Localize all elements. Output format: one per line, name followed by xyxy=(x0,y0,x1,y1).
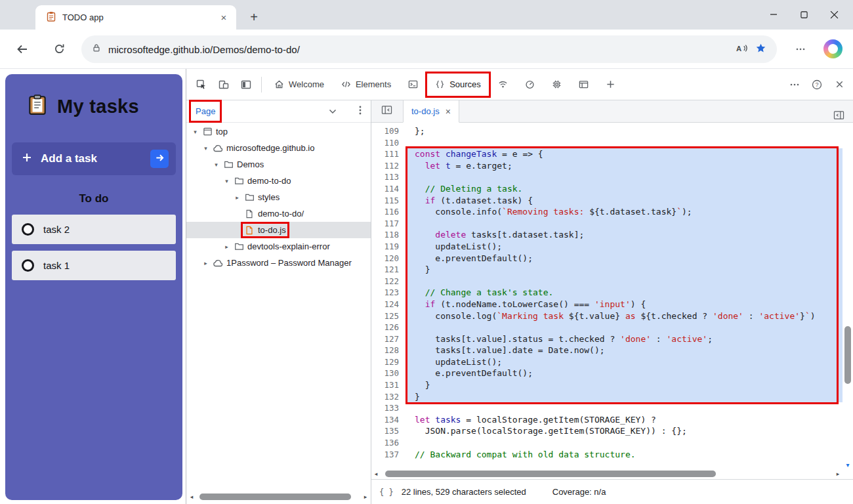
new-tab-button[interactable]: + xyxy=(244,7,264,27)
expander-open-icon[interactable]: ▾ xyxy=(223,178,230,184)
tree-item-to-do-js[interactable]: to-do.js xyxy=(186,222,371,238)
code-text[interactable]: // Backward compat with old data structu… xyxy=(407,449,843,461)
dock-side-button[interactable] xyxy=(235,74,257,96)
code-text[interactable]: let t = e.target; xyxy=(407,160,843,172)
close-devtools-button[interactable] xyxy=(828,74,850,96)
tab-more-tabs[interactable] xyxy=(597,69,624,100)
device-emulation-button[interactable] xyxy=(213,74,235,96)
site-info-icon[interactable] xyxy=(92,43,101,55)
tree-item-demos[interactable]: ▾Demos xyxy=(186,156,371,173)
code-text[interactable]: } xyxy=(407,264,843,276)
editor-vertical-scrollbar[interactable]: ▾ xyxy=(843,123,853,469)
expander-open-icon[interactable]: ▾ xyxy=(192,129,199,135)
scrollbar-thumb[interactable] xyxy=(385,471,716,477)
line-number[interactable]: 109 xyxy=(371,125,407,137)
code-text[interactable] xyxy=(407,402,843,414)
scroll-down-icon[interactable]: ▾ xyxy=(843,461,853,469)
expander-closed-icon[interactable]: ▸ xyxy=(223,243,230,250)
maximize-button[interactable] xyxy=(789,0,819,29)
code-text[interactable]: console.log(`Marking task ${t.value} as … xyxy=(407,310,843,322)
tree-item-styles[interactable]: ▸styles xyxy=(186,189,371,205)
scroll-left-icon[interactable]: ◂ xyxy=(373,471,379,477)
code-text[interactable]: JSON.parse(localStorage.getItem(STORAGE_… xyxy=(407,425,843,437)
code-text[interactable] xyxy=(407,137,843,149)
refresh-icon[interactable] xyxy=(53,43,66,58)
line-number[interactable]: 118 xyxy=(371,229,407,241)
code-text[interactable]: let tasks = localStorage.getItem(STORAGE… xyxy=(407,414,843,426)
line-number[interactable]: 125 xyxy=(371,310,407,322)
line-number[interactable]: 131 xyxy=(371,379,407,391)
tab-performance[interactable] xyxy=(516,69,543,100)
task-checkbox[interactable] xyxy=(22,259,34,272)
line-number[interactable]: 113 xyxy=(371,171,407,183)
help-button[interactable]: ? xyxy=(806,74,828,96)
scroll-left-icon[interactable]: ◂ xyxy=(188,494,195,500)
code-text[interactable] xyxy=(407,437,843,449)
line-number[interactable]: 114 xyxy=(371,183,407,195)
line-number[interactable]: 134 xyxy=(371,414,407,426)
code-text[interactable]: if (t.nodeName.toLowerCase() === 'input'… xyxy=(407,299,843,310)
scroll-right-icon[interactable]: ▸ xyxy=(835,471,841,477)
back-icon[interactable] xyxy=(16,43,29,58)
scrollbar-thumb[interactable] xyxy=(199,494,351,500)
task-checkbox[interactable] xyxy=(22,223,34,236)
navigator-horizontal-scrollbar[interactable]: ◂ ▸ xyxy=(188,492,369,502)
read-aloud-icon[interactable]: A xyxy=(736,43,748,56)
line-number[interactable]: 117 xyxy=(371,218,407,230)
line-number[interactable]: 126 xyxy=(371,322,407,333)
tab-console-drawer[interactable] xyxy=(400,69,427,100)
line-number[interactable]: 120 xyxy=(371,253,407,264)
kebab-menu-icon[interactable] xyxy=(359,105,362,118)
code-text[interactable]: e.preventDefault(); xyxy=(407,368,843,379)
hide-navigator-button[interactable] xyxy=(375,100,398,123)
line-number[interactable]: 115 xyxy=(371,195,407,207)
chevron-down-icon[interactable] xyxy=(329,109,337,114)
tab-network[interactable] xyxy=(489,69,516,100)
expander-closed-icon[interactable]: ▸ xyxy=(234,194,241,201)
code-text[interactable]: if (t.dataset.task) { xyxy=(407,195,843,207)
code-text[interactable] xyxy=(407,322,843,333)
expander-closed-icon[interactable]: ▸ xyxy=(202,260,209,266)
tab-welcome[interactable]: Welcome xyxy=(266,69,333,100)
pretty-print-button[interactable]: { } xyxy=(379,488,394,497)
tree-item-1password-password-manager[interactable]: ▸1Password – Password Manager xyxy=(186,255,371,271)
add-task-submit-button[interactable] xyxy=(150,150,169,168)
code-text[interactable]: tasks[t.value].status = t.checked ? 'don… xyxy=(407,333,843,345)
line-number[interactable]: 132 xyxy=(371,391,407,403)
code-text[interactable]: updateList(); xyxy=(407,241,843,253)
line-number[interactable]: 128 xyxy=(371,345,407,356)
code-text[interactable]: updateList(); xyxy=(407,356,843,368)
line-number[interactable]: 127 xyxy=(371,333,407,345)
line-number[interactable]: 130 xyxy=(371,368,407,379)
close-window-button[interactable] xyxy=(819,0,849,29)
line-number[interactable]: 133 xyxy=(371,402,407,414)
expander-open-icon[interactable]: ▾ xyxy=(213,161,220,168)
editor-tab-close-icon[interactable]: × xyxy=(446,106,451,117)
tree-item-demo-to-do[interactable]: ▾demo-to-do xyxy=(186,173,371,189)
tab-close-icon[interactable]: × xyxy=(218,12,230,23)
line-number[interactable]: 112 xyxy=(371,160,407,172)
favorite-star-icon[interactable] xyxy=(755,43,766,56)
add-task-row[interactable]: Add a task xyxy=(12,142,176,175)
line-number[interactable]: 121 xyxy=(371,264,407,276)
line-number[interactable]: 122 xyxy=(371,276,407,287)
code-text[interactable]: // Deleting a task. xyxy=(407,183,843,195)
tree-item-top[interactable]: ▾top xyxy=(186,123,371,140)
scrollbar-thumb[interactable] xyxy=(844,326,851,384)
code-text[interactable]: e.preventDefault(); xyxy=(407,253,843,264)
code-text[interactable]: } xyxy=(407,391,843,403)
scroll-right-icon[interactable]: ▸ xyxy=(362,494,369,500)
tab-memory[interactable] xyxy=(543,69,570,100)
editor-tab-to-do-js[interactable]: to-do.js × xyxy=(403,100,459,123)
code-text[interactable]: const changeTask = e => { xyxy=(407,148,843,160)
tab-sources[interactable]: Sources xyxy=(427,69,489,100)
line-number[interactable]: 137 xyxy=(371,449,407,461)
task-item[interactable]: task 2 xyxy=(12,215,176,244)
tree-item-demo-to-do[interactable]: demo-to-do/ xyxy=(186,205,371,222)
expander-open-icon[interactable]: ▾ xyxy=(202,145,209,152)
address-bar[interactable]: microsoftedge.github.io/Demos/demo-to-do… xyxy=(81,35,777,63)
code-text[interactable]: } xyxy=(407,379,843,391)
line-number[interactable]: 119 xyxy=(371,241,407,253)
settings-more-icon[interactable] xyxy=(795,44,806,57)
copilot-icon[interactable] xyxy=(823,39,843,58)
